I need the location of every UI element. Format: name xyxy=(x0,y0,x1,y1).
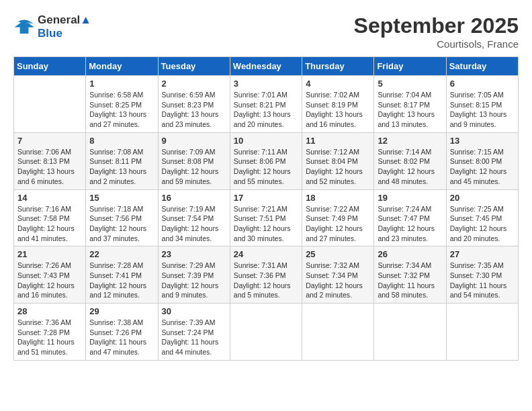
sunrise-text: Sunrise: 7:28 AM xyxy=(89,261,154,271)
sunset-text: Sunset: 7:26 PM xyxy=(89,328,154,338)
day-number: 8 xyxy=(89,136,154,146)
col-header-friday: Friday xyxy=(374,57,446,76)
daylight-text: Daylight: 12 hours and 55 minutes. xyxy=(234,167,298,186)
day-number: 27 xyxy=(450,249,515,259)
day-number: 10 xyxy=(234,136,298,146)
sunrise-text: Sunrise: 7:02 AM xyxy=(306,90,370,100)
day-info: Sunrise: 7:15 AMSunset: 8:00 PMDaylight:… xyxy=(450,147,515,187)
day-info: Sunrise: 7:32 AMSunset: 7:34 PMDaylight:… xyxy=(306,261,370,300)
calendar-cell: 21Sunrise: 7:26 AMSunset: 7:43 PMDayligh… xyxy=(14,246,86,304)
sunset-text: Sunset: 8:04 PM xyxy=(306,156,370,167)
sunrise-text: Sunrise: 7:12 AM xyxy=(306,147,370,157)
day-number: 30 xyxy=(162,306,226,316)
sunrise-text: Sunrise: 7:06 AM xyxy=(17,147,82,157)
sunset-text: Sunset: 8:19 PM xyxy=(306,100,370,110)
sunrise-text: Sunrise: 7:26 AM xyxy=(17,261,82,271)
day-info: Sunrise: 7:31 AMSunset: 7:36 PMDaylight:… xyxy=(234,261,298,300)
daylight-text: Daylight: 11 hours and 54 minutes. xyxy=(450,281,515,300)
sunrise-text: Sunrise: 7:21 AM xyxy=(234,204,298,214)
sunset-text: Sunset: 8:11 PM xyxy=(89,156,154,167)
sunrise-text: Sunrise: 6:58 AM xyxy=(89,90,154,100)
page-header: General▲ Blue September 2025 Courtisols,… xyxy=(13,13,519,50)
sunrise-text: Sunrise: 7:04 AM xyxy=(378,90,442,100)
calendar-cell: 2Sunrise: 6:59 AMSunset: 8:23 PMDaylight… xyxy=(158,76,230,133)
day-info: Sunrise: 7:04 AMSunset: 8:17 PMDaylight:… xyxy=(378,90,442,130)
sunset-text: Sunset: 7:24 PM xyxy=(162,328,226,338)
day-number: 28 xyxy=(17,306,82,316)
day-number: 12 xyxy=(378,136,442,146)
day-number: 6 xyxy=(450,79,515,89)
calendar-week-row-1: 7Sunrise: 7:06 AMSunset: 8:13 PMDaylight… xyxy=(14,132,519,189)
calendar-cell: 17Sunrise: 7:21 AMSunset: 7:51 PMDayligh… xyxy=(230,189,302,246)
calendar-cell: 18Sunrise: 7:22 AMSunset: 7:49 PMDayligh… xyxy=(302,189,374,246)
col-header-saturday: Saturday xyxy=(446,57,518,76)
daylight-text: Daylight: 12 hours and 16 minutes. xyxy=(17,281,82,300)
sunrise-text: Sunrise: 7:36 AM xyxy=(17,318,82,328)
daylight-text: Daylight: 11 hours and 47 minutes. xyxy=(89,337,154,357)
sunset-text: Sunset: 7:45 PM xyxy=(450,214,515,224)
day-info: Sunrise: 7:34 AMSunset: 7:32 PMDaylight:… xyxy=(378,261,442,300)
daylight-text: Daylight: 13 hours and 2 minutes. xyxy=(89,167,154,186)
day-number: 3 xyxy=(234,79,298,89)
col-header-monday: Monday xyxy=(86,57,158,76)
location: Courtisols, France xyxy=(354,38,519,50)
logo-text-block: General▲ Blue xyxy=(38,13,91,40)
sunrise-text: Sunrise: 7:39 AM xyxy=(162,318,226,328)
daylight-text: Daylight: 12 hours and 9 minutes. xyxy=(162,281,226,300)
calendar-cell: 29Sunrise: 7:38 AMSunset: 7:26 PMDayligh… xyxy=(86,304,158,361)
calendar-cell: 25Sunrise: 7:32 AMSunset: 7:34 PMDayligh… xyxy=(302,246,374,304)
logo-text-line1: General▲ xyxy=(38,13,91,27)
calendar-cell: 3Sunrise: 7:01 AMSunset: 8:21 PMDaylight… xyxy=(230,76,302,133)
sunset-text: Sunset: 7:39 PM xyxy=(162,271,226,281)
sunrise-text: Sunrise: 7:09 AM xyxy=(162,147,226,157)
calendar-cell: 6Sunrise: 7:05 AMSunset: 8:15 PMDaylight… xyxy=(446,76,518,133)
day-number: 29 xyxy=(89,306,154,316)
calendar-cell: 1Sunrise: 6:58 AMSunset: 8:25 PMDaylight… xyxy=(86,76,158,133)
sunset-text: Sunset: 7:30 PM xyxy=(450,271,515,281)
day-info: Sunrise: 7:36 AMSunset: 7:28 PMDaylight:… xyxy=(17,318,82,357)
calendar-cell: 14Sunrise: 7:16 AMSunset: 7:58 PMDayligh… xyxy=(14,189,86,246)
sunset-text: Sunset: 7:54 PM xyxy=(162,214,226,224)
day-info: Sunrise: 7:28 AMSunset: 7:41 PMDaylight:… xyxy=(89,261,154,300)
calendar-cell: 8Sunrise: 7:08 AMSunset: 8:11 PMDaylight… xyxy=(86,132,158,189)
calendar-cell xyxy=(230,304,302,361)
sunset-text: Sunset: 8:02 PM xyxy=(378,156,442,167)
day-number: 25 xyxy=(306,249,370,259)
calendar-cell: 27Sunrise: 7:35 AMSunset: 7:30 PMDayligh… xyxy=(446,246,518,304)
daylight-text: Daylight: 12 hours and 12 minutes. xyxy=(89,281,154,300)
daylight-text: Daylight: 12 hours and 27 minutes. xyxy=(306,224,370,243)
daylight-text: Daylight: 12 hours and 2 minutes. xyxy=(306,281,370,300)
daylight-text: Daylight: 13 hours and 16 minutes. xyxy=(306,109,370,129)
day-number: 19 xyxy=(378,193,442,203)
daylight-text: Daylight: 13 hours and 27 minutes. xyxy=(89,109,154,129)
col-header-thursday: Thursday xyxy=(302,57,374,76)
calendar-cell: 15Sunrise: 7:18 AMSunset: 7:56 PMDayligh… xyxy=(86,189,158,246)
logo: General▲ Blue xyxy=(13,13,91,40)
sunset-text: Sunset: 8:21 PM xyxy=(234,100,298,110)
col-header-tuesday: Tuesday xyxy=(158,57,230,76)
calendar-cell xyxy=(14,76,86,133)
sunrise-text: Sunrise: 7:18 AM xyxy=(89,204,154,214)
calendar-cell: 19Sunrise: 7:24 AMSunset: 7:47 PMDayligh… xyxy=(374,189,446,246)
sunrise-text: Sunrise: 7:35 AM xyxy=(450,261,515,271)
day-number: 17 xyxy=(234,193,298,203)
day-info: Sunrise: 7:08 AMSunset: 8:11 PMDaylight:… xyxy=(89,147,154,187)
sunset-text: Sunset: 7:56 PM xyxy=(89,214,154,224)
sunset-text: Sunset: 7:34 PM xyxy=(306,271,370,281)
daylight-text: Daylight: 13 hours and 9 minutes. xyxy=(450,109,515,129)
day-info: Sunrise: 7:21 AMSunset: 7:51 PMDaylight:… xyxy=(234,204,298,244)
day-info: Sunrise: 7:35 AMSunset: 7:30 PMDaylight:… xyxy=(450,261,515,300)
calendar-cell xyxy=(302,304,374,361)
calendar-cell: 10Sunrise: 7:11 AMSunset: 8:06 PMDayligh… xyxy=(230,132,302,189)
day-info: Sunrise: 7:14 AMSunset: 8:02 PMDaylight:… xyxy=(378,147,442,187)
title-block: September 2025 Courtisols, France xyxy=(354,13,519,50)
col-header-wednesday: Wednesday xyxy=(230,57,302,76)
day-info: Sunrise: 7:29 AMSunset: 7:39 PMDaylight:… xyxy=(162,261,226,300)
sunset-text: Sunset: 7:51 PM xyxy=(234,214,298,224)
day-info: Sunrise: 6:59 AMSunset: 8:23 PMDaylight:… xyxy=(162,90,226,130)
calendar-cell: 16Sunrise: 7:19 AMSunset: 7:54 PMDayligh… xyxy=(158,189,230,246)
calendar-cell: 11Sunrise: 7:12 AMSunset: 8:04 PMDayligh… xyxy=(302,132,374,189)
calendar-cell: 7Sunrise: 7:06 AMSunset: 8:13 PMDaylight… xyxy=(14,132,86,189)
col-header-sunday: Sunday xyxy=(14,57,86,76)
sunset-text: Sunset: 7:43 PM xyxy=(17,271,82,281)
